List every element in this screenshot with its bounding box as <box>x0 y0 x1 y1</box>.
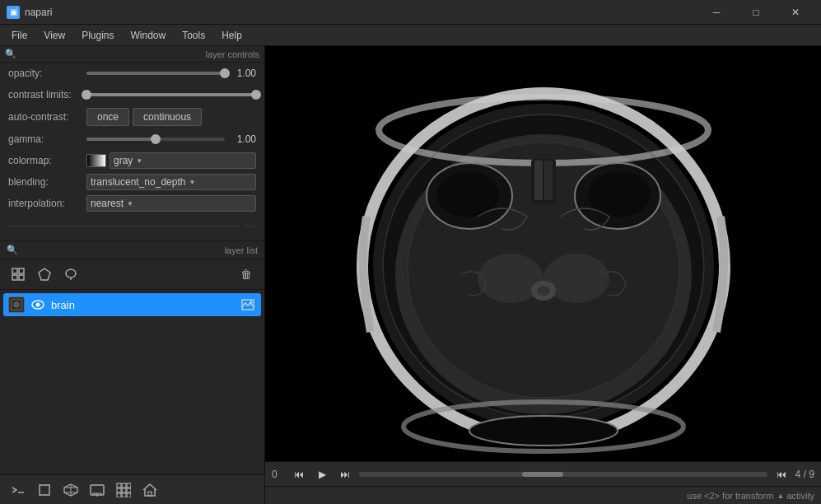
once-button[interactable]: once <box>86 108 129 126</box>
svg-rect-23 <box>127 483 131 488</box>
bottom-toolbar <box>0 474 264 504</box>
polygon-icon <box>38 268 51 281</box>
console-button[interactable] <box>7 478 30 502</box>
activity-button[interactable]: ▲ activity <box>777 491 814 501</box>
lasso-tool-button[interactable] <box>59 263 82 286</box>
svg-point-51 <box>537 286 550 296</box>
contrast-limits-row: contrast limits: <box>0 84 264 105</box>
playback-thumb <box>522 472 563 477</box>
grid-icon <box>12 268 25 281</box>
svg-point-12 <box>250 301 253 304</box>
menu-window[interactable]: Window <box>123 27 175 44</box>
app-icon: ▣ <box>7 6 20 19</box>
playback-progress[interactable] <box>359 472 767 477</box>
svg-marker-4 <box>39 268 50 280</box>
playback-bar: 0 ⏮ ▶ ⏭ ⏮ 4 / 9 <box>265 461 821 486</box>
search-bar: 🔍 layer controls <box>0 46 264 63</box>
opacity-value: 1.00 <box>230 68 256 79</box>
layer-thumbnail <box>8 296 25 313</box>
opacity-label: opacity: <box>8 68 86 79</box>
svg-point-5 <box>66 269 76 278</box>
status-right: use <2> for transform ▲ activity <box>687 491 814 501</box>
colormap-value: gray <box>114 155 133 166</box>
colormap-selector[interactable]: gray ▼ <box>86 152 256 169</box>
step-forward-button[interactable]: ⏭ <box>336 465 354 483</box>
colormap-label: colormap: <box>8 155 86 166</box>
layer-list-header-label: layer list <box>225 245 258 255</box>
console-icon <box>11 484 26 496</box>
grid-view-button[interactable] <box>112 478 135 502</box>
continuous-button[interactable]: continuous <box>133 108 202 126</box>
contrast-limits-slider[interactable] <box>86 93 256 96</box>
svg-rect-24 <box>117 488 121 492</box>
expand-dots[interactable]: ··· <box>245 220 258 231</box>
main-layout: 🔍 layer controls opacity: 1.00 contrast … <box>0 46 821 504</box>
svg-rect-28 <box>122 493 126 497</box>
menubar: File View Plugins Window Tools Help <box>0 25 821 46</box>
svg-rect-22 <box>122 483 126 488</box>
window-controls: ─ □ ✕ <box>697 0 814 25</box>
colormap-row: colormap: gray ▼ <box>0 150 264 171</box>
auto-contrast-buttons: once continuous <box>86 108 256 126</box>
blending-dropdown[interactable]: translucent_no_depth ▼ <box>86 174 256 190</box>
interpolation-row: interpolation: nearest ▼ <box>0 193 264 214</box>
contrast-limits-label: contrast limits: <box>8 89 86 100</box>
rect-icon <box>38 483 51 497</box>
status-bar: use <2> for transform ▲ activity <box>265 486 821 504</box>
polygon-tool-button[interactable] <box>33 263 56 286</box>
home-button[interactable] <box>138 478 161 502</box>
interpolation-dropdown[interactable]: nearest ▼ <box>86 195 256 212</box>
left-panel: 🔍 layer controls opacity: 1.00 contrast … <box>0 46 265 504</box>
canvas-area[interactable] <box>265 46 821 461</box>
layer-visibility-toggle[interactable] <box>30 296 46 313</box>
svg-rect-14 <box>40 485 49 495</box>
menu-help[interactable]: Help <box>213 27 250 44</box>
svg-rect-27 <box>117 493 121 497</box>
gamma-row: gamma: 1.00 <box>0 128 264 150</box>
svg-rect-25 <box>122 488 126 492</box>
layer-item[interactable]: brain <box>3 293 261 316</box>
viewer-panel: 0 ⏮ ▶ ⏭ ⏮ 4 / 9 use <2> for transform ▲ … <box>265 46 821 504</box>
screenshot-button[interactable] <box>86 478 109 502</box>
gamma-slider[interactable] <box>86 138 225 141</box>
play-button[interactable]: ▶ <box>313 465 331 483</box>
colormap-dropdown-arrow: ▼ <box>136 157 142 165</box>
rect-tool-button[interactable] <box>33 478 56 502</box>
svg-rect-29 <box>127 493 131 497</box>
search-icon: 🔍 <box>5 49 16 59</box>
menu-plugins[interactable]: Plugins <box>73 27 122 44</box>
colormap-preview <box>86 154 106 167</box>
gamma-value: 1.00 <box>230 133 256 145</box>
colormap-dropdown[interactable]: gray ▼ <box>110 152 256 169</box>
menu-file[interactable]: File <box>3 27 35 44</box>
delete-layer-button[interactable]: 🗑 <box>235 263 258 286</box>
screenshot-icon <box>90 483 105 497</box>
step-back-end-button[interactable]: ⏮ <box>772 465 791 483</box>
3d-icon <box>63 483 78 497</box>
auto-contrast-label: auto-contrast: <box>8 111 86 123</box>
interpolation-value: nearest <box>91 198 124 209</box>
menu-tools[interactable]: Tools <box>174 27 213 44</box>
svg-rect-26 <box>127 488 131 492</box>
svg-point-8 <box>13 301 20 308</box>
minimize-button[interactable]: ─ <box>697 0 735 25</box>
controls-expand-area: ··· <box>0 214 264 237</box>
transform-hint: use <2> for transform <box>687 491 773 501</box>
blending-dropdown-arrow: ▼ <box>189 179 195 186</box>
3d-tool-button[interactable] <box>59 478 82 502</box>
close-button[interactable]: ✕ <box>777 0 814 25</box>
gamma-label: gamma: <box>8 133 86 145</box>
titlebar: ▣ napari ─ □ ✕ <box>0 0 821 25</box>
frame-counter: 4 / 9 <box>795 469 814 480</box>
brain-ct-svg <box>313 52 774 455</box>
grid-view-icon <box>116 483 131 497</box>
eye-icon <box>31 300 44 310</box>
blending-row: blending: translucent_no_depth ▼ <box>0 171 264 193</box>
step-back-button[interactable]: ⏮ <box>290 465 308 483</box>
grid-tool-button[interactable] <box>7 263 30 286</box>
menu-view[interactable]: View <box>35 27 73 44</box>
opacity-slider[interactable] <box>86 72 225 75</box>
interpolation-label: interpolation: <box>8 198 86 209</box>
maximize-button[interactable]: □ <box>737 0 775 25</box>
opacity-row: opacity: 1.00 <box>0 63 264 84</box>
